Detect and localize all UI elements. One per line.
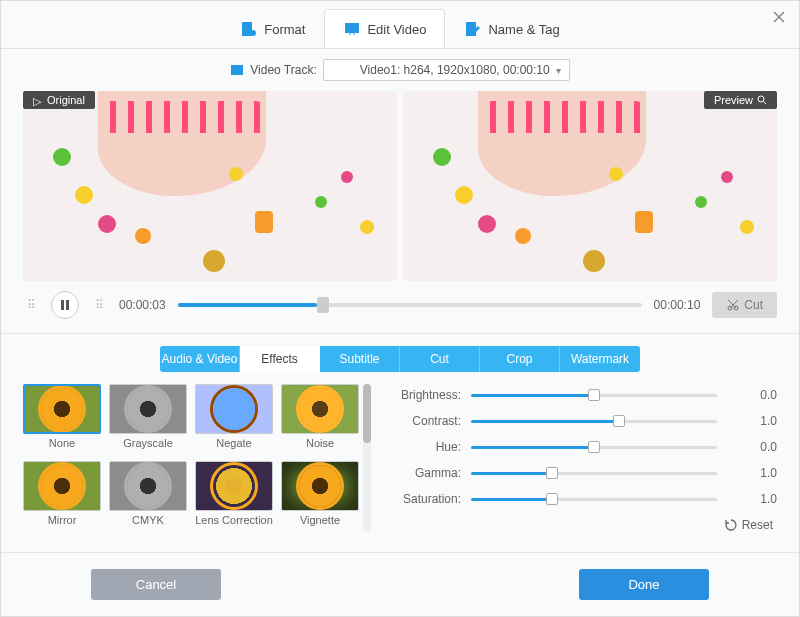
effect-label: Lens Correction [195, 514, 273, 526]
tab-format-label: Format [264, 22, 305, 37]
effect-none[interactable]: None [23, 384, 101, 455]
close-button[interactable] [771, 9, 787, 25]
effect-lens-correction[interactable]: Lens Correction [195, 461, 273, 532]
sub-tabs: Audio & VideoEffectsSubtitleCutCropWater… [1, 338, 799, 372]
preview-label: Preview [714, 94, 753, 106]
effects-panel: NoneGrayscaleNegateNoiseMirrorCMYKLens C… [1, 372, 799, 544]
timeline-handle[interactable] [317, 297, 329, 313]
film-icon [230, 63, 244, 77]
sub-tab-audio-video[interactable]: Audio & Video [160, 346, 240, 372]
video-track-select[interactable]: Video1: h264, 1920x1080, 00:00:10 ▾ [323, 59, 570, 81]
sliders-panel: Brightness: 0.0 Contrast: 1.0 Hue: 0.0 G… [391, 384, 777, 532]
contrast-label: Contrast: [391, 414, 461, 428]
saturation-value: 1.0 [727, 492, 777, 506]
effect-thumb [109, 384, 187, 434]
contrast-fill [471, 420, 619, 423]
cut-button[interactable]: Cut [712, 292, 777, 318]
scrollbar-thumb[interactable] [363, 384, 371, 443]
brightness-fill [471, 394, 594, 397]
contrast-row: Contrast: 1.0 [391, 414, 777, 428]
reset-icon [724, 518, 738, 532]
done-button[interactable]: Done [579, 569, 709, 600]
hue-slider[interactable] [471, 446, 717, 449]
brightness-slider[interactable] [471, 394, 717, 397]
effect-mirror[interactable]: Mirror [23, 461, 101, 532]
svg-rect-3 [466, 22, 476, 36]
pause-icon [60, 300, 70, 310]
svg-rect-6 [61, 300, 64, 310]
separator [1, 333, 799, 334]
contrast-handle[interactable] [613, 415, 625, 427]
effect-label: None [23, 437, 101, 449]
effect-cmyk[interactable]: CMYK [109, 461, 187, 532]
hue-handle[interactable] [588, 441, 600, 453]
effect-label: Noise [281, 437, 359, 449]
edit-video-icon [343, 20, 361, 38]
sub-tab-watermark[interactable]: Watermark [560, 346, 640, 372]
bottom-bar: Cancel Done [1, 552, 799, 616]
svg-rect-4 [231, 65, 243, 75]
effect-noise[interactable]: Noise [281, 384, 359, 455]
effect-thumb [195, 461, 273, 511]
brightness-handle[interactable] [588, 389, 600, 401]
saturation-handle[interactable] [546, 493, 558, 505]
saturation-row: Saturation: 1.0 [391, 492, 777, 506]
gamma-row: Gamma: 1.0 [391, 466, 777, 480]
tab-format[interactable]: Format [221, 9, 324, 48]
track-thumb [332, 63, 354, 77]
contrast-slider[interactable] [471, 420, 717, 423]
playback-row: ⠿ ⠿ 00:00:03 00:00:10 Cut [1, 281, 799, 329]
tab-name-tag-label: Name & Tag [488, 22, 559, 37]
play-icon: ▷ [33, 95, 43, 105]
effect-label: Vignette [281, 514, 359, 526]
sub-tab-subtitle[interactable]: Subtitle [320, 346, 400, 372]
brightness-value: 0.0 [727, 388, 777, 402]
effect-thumb [23, 384, 101, 434]
track-selected-text: Video1: h264, 1920x1080, 00:00:10 [360, 63, 550, 77]
tab-name-tag[interactable]: Name & Tag [445, 9, 578, 48]
name-tag-icon [464, 20, 482, 38]
svg-rect-7 [66, 300, 69, 310]
cancel-button[interactable]: Cancel [91, 569, 221, 600]
pause-button[interactable] [51, 291, 79, 319]
close-icon [771, 9, 787, 25]
tab-edit-video[interactable]: Edit Video [324, 9, 445, 48]
next-frame-button[interactable]: ⠿ [91, 297, 107, 313]
effect-negate[interactable]: Negate [195, 384, 273, 455]
effect-thumb [281, 384, 359, 434]
reset-button[interactable]: Reset [724, 518, 777, 532]
brightness-label: Brightness: [391, 388, 461, 402]
gamma-handle[interactable] [546, 467, 558, 479]
hue-label: Hue: [391, 440, 461, 454]
gamma-fill [471, 472, 552, 475]
prev-frame-button[interactable]: ⠿ [23, 297, 39, 313]
sub-tab-crop[interactable]: Crop [480, 346, 560, 372]
svg-point-1 [250, 30, 256, 36]
timeline[interactable] [178, 303, 642, 307]
contrast-value: 1.0 [727, 414, 777, 428]
effect-vignette[interactable]: Vignette [281, 461, 359, 532]
effect-label: Mirror [23, 514, 101, 526]
saturation-slider[interactable] [471, 498, 717, 501]
video-track-label: Video Track: [250, 63, 316, 77]
original-badge: ▷ Original [23, 91, 95, 109]
total-time: 00:00:10 [654, 298, 701, 312]
sub-tab-effects[interactable]: Effects [240, 346, 320, 372]
svg-point-5 [758, 96, 764, 102]
reset-label: Reset [742, 518, 773, 532]
hue-fill [471, 446, 594, 449]
effect-label: Negate [195, 437, 273, 449]
effect-thumb [23, 461, 101, 511]
effect-label: CMYK [109, 514, 187, 526]
sub-tab-cut[interactable]: Cut [400, 346, 480, 372]
gamma-slider[interactable] [471, 472, 717, 475]
effect-grayscale[interactable]: Grayscale [109, 384, 187, 455]
format-icon [240, 20, 258, 38]
editor-window: Format Edit Video Name & Tag Video Track… [0, 0, 800, 617]
effect-label: Grayscale [109, 437, 187, 449]
current-time: 00:00:03 [119, 298, 166, 312]
top-tabs: Format Edit Video Name & Tag [1, 1, 799, 49]
brightness-row: Brightness: 0.0 [391, 388, 777, 402]
effects-scrollbar[interactable] [363, 384, 371, 532]
effect-thumb [195, 384, 273, 434]
